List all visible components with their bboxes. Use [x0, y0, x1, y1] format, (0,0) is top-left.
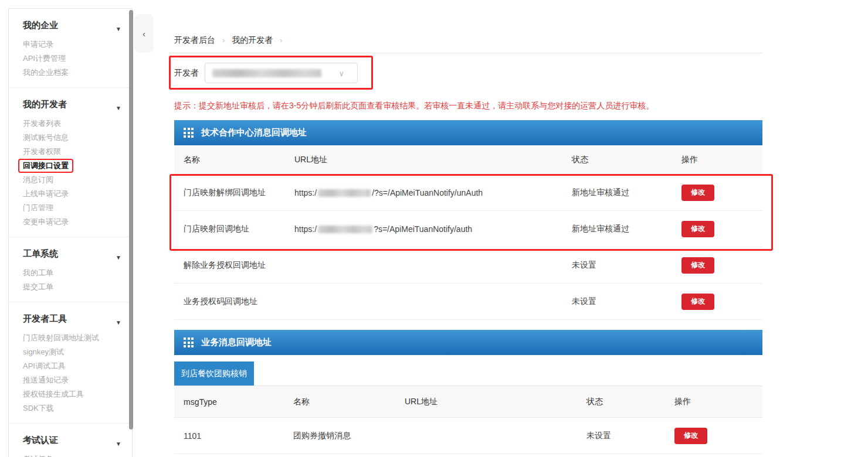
- group-title-label: 考试认证: [23, 435, 58, 445]
- url-suffix: ?s=/ApiMeiTuanNotify/auth: [374, 224, 472, 234]
- col-msgtype: msgType: [174, 397, 293, 407]
- redacted-url-domain: [318, 226, 372, 233]
- sidebar-group-ticket: 工单系统 ▼ 我的工单 提交工单: [9, 237, 132, 302]
- table-header-row: 名称 URL地址 状态 操作: [174, 145, 762, 175]
- status-text: 未设置: [586, 431, 674, 441]
- group-title-label: 我的企业: [23, 20, 58, 30]
- callback-name: 业务授权码回调地址: [174, 296, 294, 307]
- edit-button[interactable]: 修改: [681, 185, 714, 201]
- sidebar-item-change-records[interactable]: 变更申请记录: [23, 215, 132, 229]
- status-text: 未设置: [572, 260, 681, 271]
- sidebar-item-signkey-test[interactable]: signkey测试: [23, 345, 132, 359]
- redacted-developer-value: [212, 69, 321, 77]
- sidebar-group-title-developer[interactable]: 我的开发者 ▼: [23, 97, 132, 111]
- col-action: 操作: [681, 155, 762, 165]
- table-header-row: msgType 名称 URL地址 状态 操作: [174, 386, 762, 418]
- status-text: 未设置: [572, 296, 681, 307]
- breadcrumb-separator: ›: [280, 36, 282, 45]
- callback-name: 团购券撤销消息: [293, 431, 405, 441]
- col-status: 状态: [586, 397, 674, 407]
- sidebar-group-title-enterprise[interactable]: 我的企业 ▼: [23, 18, 132, 32]
- col-url: URL地址: [405, 397, 586, 407]
- sidebar-item-online-apply[interactable]: 上线申请记录: [23, 187, 132, 201]
- sidebar-collapse-button[interactable]: ‹: [134, 14, 154, 53]
- section-biz-callbacks: 业务消息回调地址 到店餐饮团购核销 msgType 名称 URL地址 状态 操作…: [174, 330, 762, 454]
- edit-button[interactable]: 修改: [674, 428, 707, 444]
- sidebar-item-api-billing[interactable]: API计费管理: [23, 52, 132, 66]
- breadcrumb-item-current[interactable]: 我的开发者: [232, 35, 273, 45]
- sidebar-item-test-account[interactable]: 测试账号信息: [23, 131, 132, 145]
- callback-name: 门店映射回调地址: [174, 224, 294, 234]
- sidebar-item-msg-subscribe[interactable]: 消息订阅: [23, 173, 132, 187]
- edit-button[interactable]: 修改: [681, 221, 714, 237]
- sidebar-group-title-exam[interactable]: 考试认证 ▼: [23, 433, 132, 447]
- msgtype-value: 1101: [174, 431, 293, 441]
- developer-select[interactable]: ∨: [205, 63, 358, 83]
- section-biz-title: 业务消息回调地址: [201, 337, 272, 348]
- col-action: 操作: [674, 397, 762, 407]
- status-text: 新地址审核通过: [572, 187, 681, 198]
- sidebar-item-developer-perms[interactable]: 开发者权限: [23, 145, 132, 159]
- url-prefix: https:/: [294, 188, 317, 197]
- developer-select-label: 开发者: [174, 68, 199, 79]
- sidebar-item-api-debug[interactable]: API调试工具: [23, 359, 132, 373]
- group-title-label: 我的开发者: [23, 99, 67, 109]
- table-row: 门店映射解绑回调地址 https://?s=/ApiMeiTuanNotify/…: [174, 175, 762, 211]
- tab-dianping-groupbuy[interactable]: 到店餐饮团购核销: [174, 361, 254, 386]
- chevron-left-icon: ‹: [143, 29, 145, 39]
- caret-down-icon: ▼: [116, 22, 121, 36]
- caret-down-icon: ▼: [116, 251, 121, 265]
- grid-icon: [184, 128, 194, 138]
- sidebar-item-enterprise-archive[interactable]: 我的企业档案: [23, 66, 132, 80]
- section-tech-title: 技术合作中心消息回调地址: [201, 127, 307, 138]
- section-tech-header: 技术合作中心消息回调地址: [174, 120, 762, 145]
- caret-down-icon: ▼: [116, 437, 121, 451]
- sidebar-item-apply-records[interactable]: 申请记录: [23, 37, 132, 52]
- url-prefix: https:/: [294, 224, 317, 234]
- group-title-label: 开发者工具: [23, 313, 67, 323]
- sidebar-group-title-tools[interactable]: 开发者工具 ▼: [23, 312, 132, 326]
- col-name: 名称: [293, 397, 405, 407]
- callback-url: https://?s=/ApiMeiTuanNotify/unAuth: [294, 188, 572, 197]
- table-row: 1101 团购券撤销消息 未设置 修改: [174, 418, 762, 454]
- col-name: 名称: [174, 155, 294, 165]
- sidebar: 我的企业 ▼ 申请记录 API计费管理 我的企业档案 我的开发者 ▼ 开发者列表…: [8, 8, 133, 457]
- callback-url: https:/?s=/ApiMeiTuanNotify/auth: [294, 224, 572, 234]
- sidebar-item-submit-ticket[interactable]: 提交工单: [23, 280, 132, 294]
- section-biz-header: 业务消息回调地址: [174, 330, 762, 355]
- edit-button[interactable]: 修改: [681, 294, 714, 310]
- breadcrumb: 开发者后台 › 我的开发者 ›: [174, 35, 287, 46]
- sidebar-scrollbar[interactable]: [129, 10, 133, 429]
- status-text: 新地址审核通过: [572, 224, 681, 234]
- sidebar-item-callback-settings[interactable]: 回调接口设置: [23, 159, 132, 173]
- sidebar-group-exam: 考试认证 ▼ 考试任务: [9, 424, 132, 457]
- sidebar-item-push-records[interactable]: 推送通知记录: [23, 373, 132, 387]
- active-item-annotation: 回调接口设置: [18, 159, 73, 173]
- sidebar-group-developer: 我的开发者 ▼ 开发者列表 测试账号信息 开发者权限 回调接口设置 消息订阅 上…: [9, 88, 132, 237]
- table-row: 业务授权码回调地址 未设置 修改: [174, 284, 762, 320]
- sidebar-item-my-tickets[interactable]: 我的工单: [23, 266, 132, 280]
- sidebar-item-exam-task[interactable]: 考试任务: [23, 452, 132, 457]
- caret-down-icon: ▼: [116, 316, 121, 330]
- section-tech-callbacks: 技术合作中心消息回调地址 名称 URL地址 状态 操作 门店映射解绑回调地址 h…: [174, 120, 762, 320]
- callback-name: 解除业务授权回调地址: [174, 260, 294, 271]
- sidebar-item-developer-list[interactable]: 开发者列表: [23, 117, 132, 131]
- sidebar-item-store-manage[interactable]: 门店管理: [23, 201, 132, 215]
- breadcrumb-item-home[interactable]: 开发者后台: [174, 35, 215, 45]
- callback-name: 门店映射解绑回调地址: [174, 187, 294, 198]
- sidebar-item-sdk-download[interactable]: SDK下载: [23, 401, 132, 415]
- breadcrumb-separator: ›: [222, 36, 225, 45]
- group-title-label: 工单系统: [23, 248, 58, 258]
- col-status: 状态: [572, 155, 681, 165]
- edit-button[interactable]: 修改: [681, 257, 714, 274]
- sidebar-item-mapping-test[interactable]: 门店映射回调地址测试: [23, 331, 132, 345]
- sidebar-group-title-ticket[interactable]: 工单系统 ▼: [23, 247, 132, 261]
- audit-hint-text: 提示：提交新地址审核后，请在3-5分钟后刷新此页面查看审核结果。若审核一直未通过…: [174, 101, 654, 111]
- grid-icon: [184, 337, 194, 347]
- table-row: 解除业务授权回调地址 未设置 修改: [174, 247, 762, 284]
- url-suffix: /?s=/ApiMeiTuanNotify/unAuth: [372, 188, 483, 197]
- divider: [169, 53, 763, 53]
- sidebar-item-auth-link-tool[interactable]: 授权链接生成工具: [23, 387, 132, 401]
- chevron-down-icon: ∨: [338, 69, 344, 78]
- redacted-url-domain: [318, 189, 371, 197]
